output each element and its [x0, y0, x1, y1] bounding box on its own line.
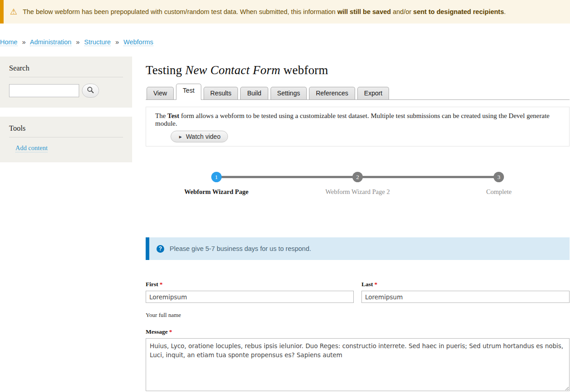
search-button[interactable]	[82, 84, 99, 98]
wizard-step-2: 2 Webform Wizard Page 2	[287, 172, 428, 196]
watch-video-button[interactable]: ► Watch video	[171, 131, 228, 142]
breadcrumb-link-structure[interactable]: Structure	[84, 38, 111, 46]
breadcrumb-link-administration[interactable]: Administration	[30, 38, 71, 46]
wizard-step-1-label: Webform Wizard Page	[184, 188, 248, 196]
page-title: Testing New Contact Form webform	[146, 63, 570, 77]
breadcrumb-link-webforms[interactable]: Webforms	[124, 38, 153, 46]
breadcrumb: Home » Administration » Structure » Webf…	[0, 38, 570, 46]
required-asterisk: *	[169, 328, 172, 335]
message-label: Message*	[146, 328, 570, 335]
help-message: ? Please give 5-7 business days for us t…	[146, 237, 570, 260]
tab-test[interactable]: Test	[176, 84, 201, 100]
tab-export[interactable]: Export	[357, 87, 389, 99]
main-content: Testing New Contact Form webform View Te…	[146, 57, 570, 392]
breadcrumb-separator: »	[115, 38, 119, 46]
last-name-field[interactable]	[361, 291, 570, 303]
tools-block-title: Tools	[9, 124, 123, 137]
sidebar: Search Tools Add content	[0, 57, 132, 392]
required-asterisk: *	[375, 281, 378, 288]
required-asterisk: *	[160, 281, 163, 288]
search-block: Search	[0, 57, 132, 108]
message-field[interactable]: Huius, Lyco, oratione locuples, rebus ip…	[146, 338, 570, 391]
wizard-step-3: 3 Complete	[428, 172, 570, 196]
wizard-step-3-circle: 3	[494, 172, 504, 182]
breadcrumb-separator: »	[76, 38, 80, 46]
breadcrumb-separator: »	[22, 38, 26, 46]
tab-bar: View Test Results Build Settings Referen…	[146, 84, 570, 100]
tab-references[interactable]: References	[309, 87, 355, 99]
webform-test-form: First* Last* Your full name Message* Hui…	[146, 281, 570, 392]
warning-triangle-icon: ⚠	[10, 8, 17, 16]
tools-block: Tools Add content	[0, 117, 132, 162]
help-message-text: Please give 5-7 business days for us to …	[170, 245, 311, 252]
first-name-label: First*	[146, 281, 354, 288]
wizard-step-2-label: Webform Wizard Page 2	[325, 188, 390, 196]
add-content-link[interactable]: Add content	[15, 144, 48, 152]
tab-results[interactable]: Results	[204, 87, 238, 99]
test-form-description-text: The Test form allows a webform to be tes…	[155, 112, 560, 128]
tab-build[interactable]: Build	[240, 87, 268, 99]
wizard-progress: 1 Webform Wizard Page 2 Webform Wizard P…	[146, 172, 570, 196]
first-name-field[interactable]	[146, 291, 354, 303]
search-block-title: Search	[9, 64, 123, 77]
wizard-step-1: 1 Webform Wizard Page	[146, 172, 287, 196]
breadcrumb-link-home[interactable]: Home	[0, 38, 18, 46]
test-form-description: The Test form allows a webform to be tes…	[146, 107, 570, 146]
question-mark-icon: ?	[157, 245, 164, 253]
search-input[interactable]	[9, 84, 79, 97]
name-field-description: Your full name	[146, 312, 570, 319]
wizard-step-1-circle: 1	[211, 172, 222, 182]
tab-settings[interactable]: Settings	[271, 87, 307, 99]
warning-text: The below webform has been prepopulated …	[23, 8, 506, 15]
wizard-step-2-circle: 2	[352, 172, 363, 182]
last-name-label: Last*	[361, 281, 570, 288]
wizard-step-3-label: Complete	[486, 188, 512, 196]
warning-banner: ⚠ The below webform has been prepopulate…	[0, 0, 570, 24]
play-icon: ►	[178, 134, 183, 139]
magnifier-icon	[87, 86, 94, 95]
tab-view[interactable]: View	[147, 87, 174, 99]
